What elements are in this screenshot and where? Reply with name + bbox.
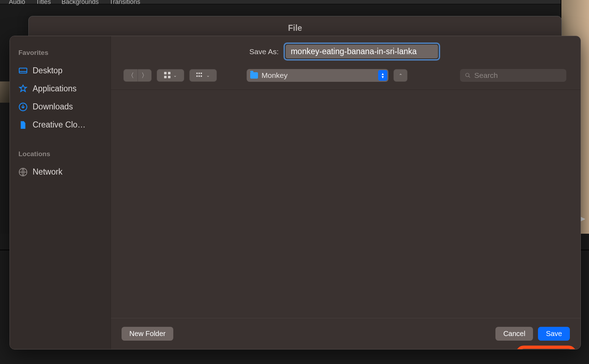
new-folder-button[interactable]: New Folder	[122, 327, 173, 341]
menu-titles[interactable]: Titles	[36, 0, 51, 6]
sidebar-favorites-header: Favorites	[18, 49, 104, 57]
chevron-down-icon: ⌄	[173, 73, 177, 78]
grid-icon	[164, 72, 170, 79]
svg-rect-5	[168, 72, 170, 74]
desktop-icon	[18, 66, 28, 75]
file-list-area[interactable]	[111, 90, 580, 318]
downloads-icon	[18, 102, 28, 112]
sidebar-item-label: Desktop	[33, 66, 62, 75]
svg-rect-4	[164, 72, 167, 74]
folder-icon	[250, 72, 258, 79]
sidebar: Favorites Desktop Applications Downloads…	[10, 36, 111, 349]
save-button[interactable]: Save	[538, 327, 570, 341]
cancel-button[interactable]: Cancel	[495, 327, 533, 341]
folder-name: Monkey	[262, 71, 288, 80]
sidebar-item-label: Network	[33, 167, 62, 177]
applications-icon	[18, 84, 28, 93]
sidebar-item-downloads[interactable]: Downloads	[16, 98, 104, 116]
stepper-icon: ▲▼	[378, 70, 387, 81]
collapse-button[interactable]: ⌃	[393, 69, 408, 82]
back-button[interactable]: 〈	[123, 69, 138, 82]
svg-point-14	[466, 73, 469, 76]
svg-rect-11	[196, 75, 198, 77]
app-menu-bar: Audio Titles Backgrounds Transitions	[0, 0, 589, 4]
network-icon	[18, 167, 28, 177]
svg-rect-0	[19, 68, 27, 73]
save-as-label: Save As:	[249, 47, 279, 56]
chevron-right-icon: 〉	[141, 71, 148, 80]
save-as-input-wrap	[284, 42, 440, 61]
chevron-left-icon: 〈	[128, 71, 134, 80]
menu-transitions[interactable]: Transitions	[109, 0, 140, 6]
sidebar-item-creative-cloud[interactable]: Creative Clo…	[16, 116, 104, 134]
svg-rect-6	[164, 76, 167, 78]
svg-line-15	[469, 76, 470, 78]
save-as-input[interactable]	[286, 45, 438, 58]
folder-dropdown[interactable]: Monkey ▲▼	[247, 69, 388, 82]
sidebar-item-network[interactable]: Network	[16, 163, 104, 181]
svg-rect-8	[196, 73, 198, 74]
save-dialog: Favorites Desktop Applications Downloads…	[10, 36, 581, 349]
sidebar-item-label: Creative Clo…	[33, 120, 86, 130]
chevron-down-icon: ⌄	[206, 73, 210, 78]
sidebar-item-label: Applications	[33, 84, 77, 93]
group-view-button[interactable]: ⌄	[189, 69, 217, 82]
svg-rect-12	[198, 75, 200, 77]
sidebar-item-label: Downloads	[33, 102, 73, 112]
svg-rect-13	[201, 75, 202, 77]
search-input[interactable]	[474, 71, 561, 80]
sidebar-item-applications[interactable]: Applications	[16, 80, 104, 98]
save-as-row: Save As:	[109, 36, 580, 69]
file-sheet-header: File	[28, 16, 562, 36]
menu-backgrounds[interactable]: Backgrounds	[61, 0, 99, 6]
menu-audio[interactable]: Audio	[9, 0, 25, 6]
svg-rect-7	[168, 76, 170, 78]
icon-view-button[interactable]: ⌄	[157, 69, 184, 82]
list-icon	[196, 73, 203, 79]
file-sheet-title: File	[29, 16, 561, 33]
svg-rect-9	[198, 73, 200, 74]
search-icon	[465, 72, 471, 79]
thumbnail-background	[0, 81, 11, 103]
file-icon	[18, 120, 28, 130]
dialog-footer: New Folder Cancel Save	[111, 318, 580, 349]
sidebar-locations-header: Locations	[18, 150, 104, 158]
forward-button[interactable]: 〉	[138, 69, 152, 82]
search-field[interactable]	[460, 69, 566, 82]
sidebar-item-desktop[interactable]: Desktop	[16, 62, 104, 80]
chevron-up-icon: ⌃	[399, 73, 403, 78]
toolbar: 〈 〉 ⌄ ⌄ Monkey ▲▼ ⌃	[109, 69, 580, 90]
nav-buttons: 〈 〉	[123, 69, 152, 82]
svg-rect-10	[201, 73, 202, 74]
